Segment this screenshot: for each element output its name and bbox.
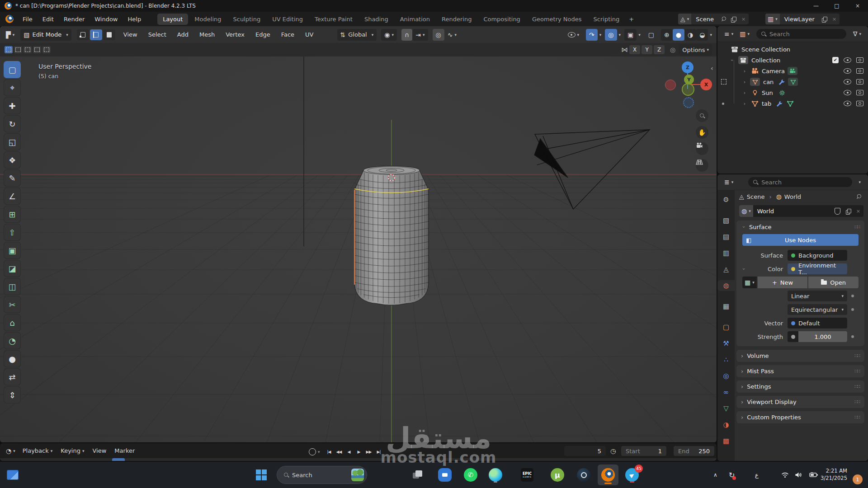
orthographic-toggle-button[interactable] — [696, 159, 708, 172]
fake-user-shield-icon[interactable] — [835, 208, 840, 215]
hide-viewport-icon[interactable] — [844, 68, 851, 74]
shrink-fatten-tool[interactable]: ⇕ — [4, 386, 21, 404]
properties-search-input[interactable]: Search — [748, 177, 852, 187]
hide-viewport-icon[interactable] — [844, 57, 851, 63]
outliner-search-input[interactable]: Search — [756, 29, 846, 39]
proportional-edit-toggle[interactable]: ◎ — [433, 29, 444, 41]
output-tab[interactable]: ▤ — [717, 231, 735, 242]
snap-settings-dropdown[interactable]: ⇥▾ — [412, 29, 428, 41]
smooth-tool[interactable]: ● — [4, 350, 21, 367]
blender-taskbar-icon[interactable] — [598, 465, 618, 485]
workspace-tab[interactable]: Modeling — [189, 14, 226, 25]
play-button[interactable]: ▶ — [354, 447, 364, 456]
image-browse-button[interactable]: ▦▾ — [742, 277, 757, 288]
close-button[interactable]: × — [847, 0, 868, 12]
workspace-tab[interactable]: Shading — [359, 14, 394, 25]
grip-icon[interactable]: ∷∷ — [854, 399, 860, 405]
outliner-filter-type-button[interactable]: ▥▾ — [736, 28, 753, 40]
disable-render-icon[interactable] — [856, 57, 863, 63]
widgets-button[interactable] — [4, 466, 22, 484]
face-select-button[interactable] — [103, 29, 115, 40]
modifier-wrench-icon[interactable] — [776, 100, 783, 107]
mirror-axis-button[interactable]: Y — [642, 45, 652, 54]
menubar-item[interactable]: File — [18, 14, 37, 24]
chat-app-icon[interactable] — [436, 466, 454, 484]
workspace-tab[interactable]: Sculpting — [227, 14, 266, 25]
vertex-select-button[interactable] — [77, 29, 89, 40]
new-world-icon[interactable] — [846, 209, 850, 214]
vector-field[interactable]: Default — [788, 318, 847, 328]
new-scene-icon[interactable] — [731, 17, 736, 22]
notification-count-badge[interactable]: 1 — [853, 474, 863, 484]
overlays-dropdown[interactable]: ▾ — [619, 33, 621, 37]
expand-chevron-icon[interactable]: › — [742, 68, 747, 74]
show-gizmo-toggle[interactable]: ↷ — [586, 29, 598, 41]
menubar-item[interactable]: Window — [90, 14, 122, 24]
select-new-option[interactable] — [5, 46, 13, 53]
workspace-tab[interactable]: Texture Paint — [309, 14, 358, 25]
maximize-button[interactable]: □ — [826, 0, 847, 12]
camera-data-icon[interactable] — [788, 67, 797, 75]
minimize-button[interactable]: — — [806, 0, 826, 12]
collapse-chevron-icon[interactable]: › — [729, 57, 735, 63]
render-region-button[interactable]: ▢ — [645, 29, 657, 41]
edge-browser-icon[interactable] — [486, 466, 505, 484]
zoom-button[interactable] — [696, 109, 708, 122]
interpolation-dropdown[interactable]: Linear ▾ — [788, 291, 847, 301]
outliner-row-camera[interactable]: › Camera — [717, 66, 868, 76]
visibility-dropdown[interactable]: ▾ — [565, 29, 583, 41]
outliner-row-sun[interactable]: › Sun — [717, 87, 868, 98]
grip-icon[interactable]: ∷∷ — [854, 353, 860, 359]
select-intersect-option[interactable] — [42, 46, 51, 53]
scene-name[interactable]: Scene — [691, 16, 718, 23]
tool-tab[interactable]: ⚙ — [717, 194, 735, 205]
grip-icon[interactable]: ∷∷ — [854, 368, 860, 374]
outliner-row-scene-collection[interactable]: Scene Collection — [717, 44, 868, 55]
bevel-tool[interactable]: ◪ — [4, 260, 21, 277]
animate-dot-icon[interactable] — [851, 308, 854, 311]
breadcrumb-world[interactable]: World — [784, 193, 801, 200]
surface-panel-header[interactable]: › Surface ∷∷ — [736, 221, 864, 233]
transform-tool[interactable]: ❖ — [4, 151, 21, 169]
show-overlays-toggle[interactable]: ◎ — [605, 29, 617, 41]
particles-tab[interactable]: ∴ — [717, 354, 735, 365]
material-tab[interactable]: ◑ — [717, 419, 735, 430]
next-keyframe-button[interactable]: ▶▶ — [364, 447, 374, 456]
color-expand-chevron[interactable]: › — [741, 266, 747, 272]
loop-cut-tool[interactable]: ◫ — [4, 278, 21, 295]
hide-viewport-icon[interactable] — [844, 90, 851, 95]
camera-view-button[interactable] — [696, 142, 708, 155]
unlink-world-icon[interactable]: × — [853, 208, 863, 214]
gizmo-x-neg-axis[interactable] — [665, 80, 676, 90]
prev-keyframe-button[interactable]: ◀◀ — [334, 447, 344, 456]
open-image-button[interactable]: Open — [808, 277, 859, 288]
expand-chevron-icon[interactable]: › — [742, 90, 747, 96]
sun-data-icon[interactable] — [778, 89, 786, 96]
grip-icon[interactable]: ∷∷ — [854, 224, 860, 230]
stopwatch-icon[interactable]: ◷ — [610, 447, 616, 455]
wifi-icon[interactable] — [781, 462, 789, 488]
grip-icon[interactable]: ∷∷ — [854, 414, 860, 420]
extrude-region-tool[interactable]: ⇧ — [4, 224, 21, 241]
menubar-item[interactable]: Render — [59, 14, 89, 24]
viewlayer-selector-icon[interactable]: ▥▾ — [765, 14, 780, 24]
start-button[interactable] — [252, 466, 270, 484]
workspace-tab[interactable]: Animation — [395, 14, 435, 25]
workspace-tab[interactable]: Scripting — [588, 14, 625, 25]
properties-panel-collapsed[interactable]: › Settings ∷∷ — [736, 380, 864, 393]
disable-render-icon[interactable] — [856, 79, 863, 84]
object-data-tab[interactable]: ▽ — [717, 403, 735, 414]
editor-type-button[interactable]: ▛▾ — [3, 29, 18, 41]
timeline-menu-item[interactable]: View▾ — [89, 447, 111, 454]
telegram-icon[interactable]: ▶ 45 — [623, 466, 641, 484]
new-image-button[interactable]: +New — [758, 277, 808, 288]
outliner-filter-button[interactable]: ∇▾ — [850, 28, 864, 40]
poly-build-tool[interactable]: ⌂ — [4, 314, 21, 331]
color-source-field[interactable]: Environment T... — [788, 263, 847, 274]
constraints-tab[interactable]: ∞ — [717, 387, 735, 398]
timeline-menu-item[interactable]: Keying▾ — [57, 447, 88, 454]
properties-panel-collapsed[interactable]: › Volume ∷∷ — [736, 350, 864, 362]
timeline-track[interactable] — [0, 458, 717, 461]
scene-tab[interactable]: ◬ — [717, 264, 735, 275]
use-nodes-button[interactable]: ◧ Use Nodes — [742, 234, 859, 246]
